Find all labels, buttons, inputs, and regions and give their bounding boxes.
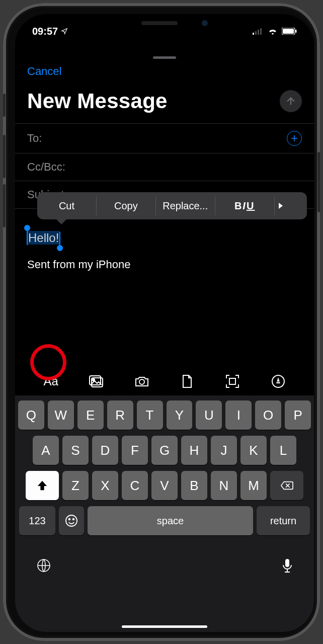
key-e[interactable]: E — [77, 400, 104, 430]
edit-menu-copy[interactable]: Copy — [97, 200, 155, 212]
svg-rect-3 — [260, 28, 262, 35]
key-w[interactable]: W — [48, 400, 74, 430]
globe-icon — [36, 558, 51, 573]
key-r[interactable]: R — [107, 400, 133, 430]
to-field[interactable]: To: — [15, 123, 314, 153]
markup-button[interactable] — [268, 371, 288, 391]
biu-italic: I — [243, 200, 247, 211]
scan-document-button[interactable] — [222, 371, 243, 391]
file-icon — [182, 374, 193, 388]
key-123[interactable]: 123 — [19, 506, 55, 535]
key-k[interactable]: K — [240, 436, 267, 465]
delete-icon — [280, 480, 293, 491]
key-x[interactable]: X — [92, 471, 118, 500]
key-z[interactable]: Z — [62, 471, 89, 500]
device-notch — [100, 14, 229, 32]
svg-rect-17 — [285, 559, 289, 567]
plus-icon — [290, 134, 298, 142]
home-indicator[interactable] — [122, 625, 207, 628]
key-m[interactable]: M — [240, 471, 267, 500]
svg-rect-11 — [229, 378, 235, 384]
key-t[interactable]: T — [137, 400, 163, 430]
attach-file-button[interactable] — [177, 371, 197, 391]
edit-menu: Cut Copy Replace... BIU — [37, 192, 307, 219]
key-s[interactable]: S — [62, 436, 89, 465]
key-o[interactable]: O — [255, 400, 281, 430]
key-dictation[interactable] — [282, 558, 293, 573]
keyboard: Q W E R T Y U I O P A S D F G H — [15, 395, 314, 632]
biu-bold: B — [234, 200, 243, 211]
svg-point-13 — [66, 515, 77, 526]
selected-text: Hello! — [27, 231, 60, 245]
svg-rect-5 — [283, 29, 294, 34]
key-return[interactable]: return — [257, 506, 310, 535]
camera-button[interactable] — [132, 371, 152, 391]
svg-point-10 — [139, 379, 144, 384]
svg-point-15 — [73, 519, 74, 520]
svg-rect-0 — [253, 33, 254, 35]
key-i[interactable]: I — [225, 400, 252, 430]
edit-menu-replace[interactable]: Replace... — [156, 200, 215, 212]
key-globe[interactable] — [36, 558, 51, 573]
triangle-right-icon — [278, 202, 284, 209]
location-icon — [61, 28, 68, 35]
key-j[interactable]: J — [211, 436, 237, 465]
svg-rect-2 — [258, 30, 259, 35]
key-q[interactable]: Q — [18, 400, 44, 430]
edit-menu-cut[interactable]: Cut — [37, 200, 96, 212]
key-b[interactable]: B — [181, 471, 207, 500]
key-y[interactable]: Y — [167, 400, 193, 430]
compose-sheet: Cancel New Message To: Cc/Bcc: Subject: — [15, 51, 314, 632]
biu-underline: U — [247, 200, 255, 211]
sheet-grabber[interactable] — [153, 56, 176, 59]
front-camera — [202, 20, 208, 26]
ccbcc-label: Cc/Bcc: — [27, 160, 65, 174]
scan-icon — [225, 374, 239, 388]
wifi-icon — [268, 28, 278, 35]
key-d[interactable]: D — [92, 436, 118, 465]
text-selection[interactable]: Hello! — [27, 231, 60, 245]
photos-icon — [89, 375, 104, 388]
svg-rect-1 — [255, 31, 257, 35]
annotation-circle — [30, 344, 66, 380]
insert-photo-button[interactable] — [86, 371, 106, 391]
key-emoji[interactable] — [59, 506, 84, 535]
key-c[interactable]: C — [122, 471, 148, 500]
status-time: 09:57 — [32, 26, 58, 37]
add-contact-button[interactable] — [287, 131, 302, 146]
key-l[interactable]: L — [270, 436, 296, 465]
markup-icon — [271, 374, 285, 388]
key-h[interactable]: H — [181, 436, 207, 465]
signature-text: Sent from my iPhone — [15, 249, 314, 276]
ccbcc-field[interactable]: Cc/Bcc: — [15, 153, 314, 181]
keyboard-row-1: Q W E R T Y U I O P — [18, 400, 311, 430]
to-label: To: — [27, 132, 42, 145]
keyboard-row-2: A S D F G H J K L — [18, 436, 311, 465]
edit-menu-biu[interactable]: BIU — [215, 200, 274, 212]
speaker-grille — [141, 21, 178, 25]
send-button[interactable] — [280, 90, 302, 112]
key-delete[interactable] — [270, 471, 303, 500]
key-f[interactable]: F — [122, 436, 148, 465]
key-n[interactable]: N — [211, 471, 237, 500]
cancel-button[interactable]: Cancel — [15, 61, 73, 82]
edit-menu-more[interactable] — [275, 202, 307, 209]
arrow-up-icon — [285, 96, 296, 107]
key-v[interactable]: V — [151, 471, 178, 500]
key-g[interactable]: G — [151, 436, 178, 465]
svg-point-14 — [69, 519, 70, 520]
key-space[interactable]: space — [88, 506, 253, 535]
svg-rect-6 — [295, 30, 297, 33]
battery-icon — [282, 28, 297, 35]
key-p[interactable]: P — [285, 400, 311, 430]
cellular-icon — [253, 28, 264, 35]
emoji-icon — [65, 514, 78, 527]
key-u[interactable]: U — [196, 400, 222, 430]
camera-icon — [134, 375, 149, 387]
key-shift[interactable] — [26, 471, 59, 500]
key-a[interactable]: A — [33, 436, 59, 465]
keyboard-row-3: Z X C V B N M — [18, 471, 311, 500]
shift-icon — [37, 480, 48, 491]
keyboard-row-4: 123 space return — [18, 506, 311, 535]
subject-field[interactable]: Subject: Cut Copy Replace... BIU — [15, 181, 314, 209]
